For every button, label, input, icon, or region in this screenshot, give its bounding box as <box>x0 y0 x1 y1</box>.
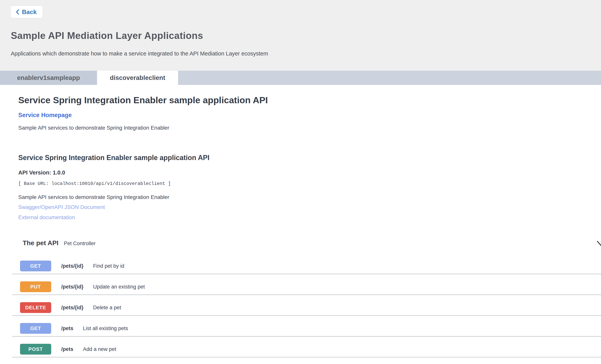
tab-enablerv1sampleapp[interactable]: enablerv1sampleapp <box>0 71 97 85</box>
operation-path: /pets/{id} <box>61 305 84 311</box>
api-version: API Version: 1.0.0 <box>18 170 65 176</box>
operation-path: /pets/{id} <box>61 263 84 269</box>
operation-summary: Update an existing pet <box>93 284 145 290</box>
operation-row-update-pet[interactable]: PUT /pets/{id} Update an existing pet <box>0 281 601 302</box>
tab-discoverableclient[interactable]: discoverableclient <box>97 71 178 85</box>
operations-list: GET /pets/{id} Find pet by id PUT /pets/… <box>0 261 601 364</box>
pet-api-subtitle: Pet Controller <box>64 241 96 246</box>
back-button[interactable]: Back <box>11 6 42 18</box>
method-badge-put: PUT <box>20 281 51 292</box>
operation-summary: Find pet by id <box>93 263 124 269</box>
back-button-label: Back <box>22 9 37 16</box>
method-badge-delete: DELETE <box>20 302 51 313</box>
swagger-json-link[interactable]: Swagger/OpenAPI JSON Document <box>18 204 105 210</box>
chevron-left-icon <box>15 9 20 15</box>
operation-row-get-pet-by-id[interactable]: GET /pets/{id} Find pet by id <box>0 261 601 281</box>
operation-summary: Add a new pet <box>83 346 116 352</box>
row-divider <box>12 274 601 274</box>
service-title: Service Spring Integration Enabler sampl… <box>18 95 268 105</box>
base-url: [ Base URL: localhost:10010/api/v1/disco… <box>18 181 171 186</box>
row-divider <box>12 336 601 337</box>
operation-summary: Delete a pet <box>93 305 121 311</box>
row-divider <box>12 294 601 295</box>
operation-row-add-pet[interactable]: POST /pets Add a new pet <box>0 344 601 364</box>
method-badge-get: GET <box>20 261 51 271</box>
page-title: Sample API Mediation Layer Applications <box>11 30 203 41</box>
service-homepage-link[interactable]: Service Homepage <box>18 112 72 119</box>
pet-api-title: The pet API <box>23 239 59 247</box>
service-description: Sample API services to demonstrate Sprin… <box>18 125 169 131</box>
chevron-down-icon[interactable] <box>597 240 601 248</box>
method-badge-get: GET <box>20 323 51 334</box>
tab-bar: enablerv1sampleapp discoverableclient <box>0 71 601 85</box>
swagger-description: Sample API services to demonstrate Sprin… <box>18 194 169 200</box>
row-divider <box>12 315 601 316</box>
pet-api-section-header[interactable]: The pet API Pet Controller <box>23 239 601 249</box>
operation-row-delete-pet[interactable]: DELETE /pets/{id} Delete a pet <box>0 302 601 323</box>
operation-path: /pets <box>61 325 73 332</box>
operation-path: /pets <box>61 346 73 352</box>
row-divider <box>12 357 601 357</box>
external-docs-link[interactable]: External documentation <box>18 214 75 221</box>
operation-row-list-pets[interactable]: GET /pets List all existing pets <box>0 323 601 344</box>
method-badge-post: POST <box>20 344 51 354</box>
operation-summary: List all existing pets <box>83 325 128 332</box>
operation-path: /pets/{id} <box>61 284 84 290</box>
page-header: Back Sample API Mediation Layer Applicat… <box>0 0 601 71</box>
swagger-title: Service Spring Integration Enabler sampl… <box>18 154 210 162</box>
page-subtitle: Applications which demonstrate how to ma… <box>11 51 268 57</box>
api-catalog-page: Back Sample API Mediation Layer Applicat… <box>0 0 601 364</box>
